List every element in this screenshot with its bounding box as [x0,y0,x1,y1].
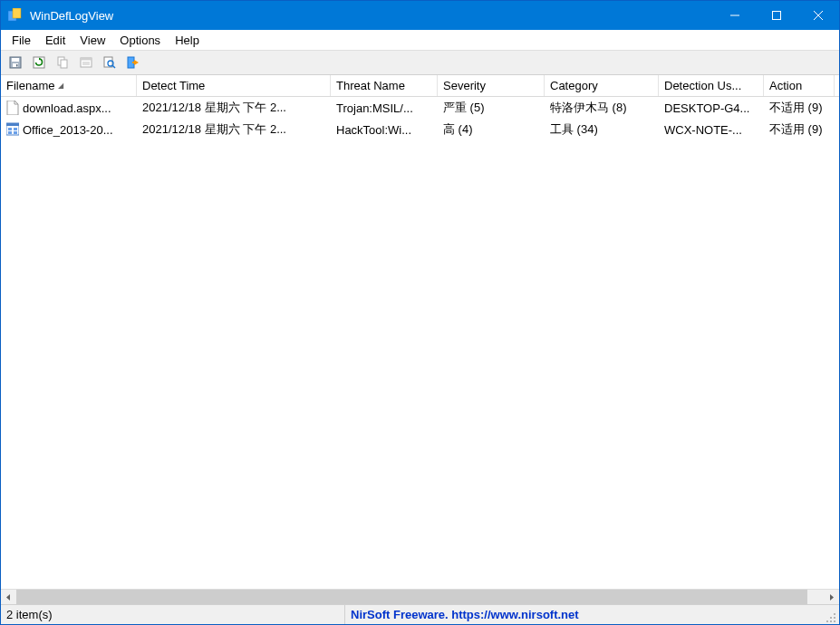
exe-file-icon [6,122,19,137]
header-category[interactable]: Category [545,75,659,96]
save-button[interactable] [5,52,26,73]
cell-severity: 高 (4) [438,120,545,139]
svg-point-37 [834,620,835,622]
scroll-thumb[interactable] [16,590,807,605]
rows-container: download.aspx... 2021/12/18 星期六 下午 2... … [1,97,839,589]
scroll-left-button[interactable] [1,590,16,605]
header-detection-user[interactable]: Detection Us... [659,75,764,96]
cell-threat-name: Trojan:MSIL/... [331,100,438,117]
titlebar: WinDefLogView [1,1,839,30]
maximize-button[interactable] [756,1,797,30]
cell-detection-user: DESKTOP-G4... [659,100,764,117]
blank-file-icon [6,101,19,115]
column-headers: Filename ◢ Detect Time Threat Name Sever… [1,75,839,97]
find-button[interactable] [99,52,121,73]
svg-rect-28 [8,131,12,134]
cell-detect-time: 2021/12/18 星期六 下午 2... [137,98,331,118]
status-item-count: 2 item(s) [1,605,345,624]
svg-rect-25 [6,123,19,126]
window-title: WinDefLogView [30,9,113,23]
toolbar [1,50,839,75]
svg-point-35 [826,620,828,622]
menu-edit[interactable]: Edit [38,32,72,49]
scroll-right-button[interactable] [824,590,839,605]
minimize-button[interactable] [714,1,756,30]
status-credit-link[interactable]: NirSoft Freeware. https://www.nirsoft.ne… [345,608,819,621]
cell-category: 工具 (34) [545,120,659,139]
cell-filename: download.aspx... [23,101,111,115]
horizontal-scrollbar[interactable] [1,589,839,604]
listview: Filename ◢ Detect Time Threat Name Sever… [1,75,839,604]
menu-options[interactable]: Options [112,32,168,49]
cell-action: 不适用 (9) [764,98,835,118]
cell-action: 不适用 (9) [764,120,835,139]
svg-line-20 [112,65,115,68]
svg-rect-27 [14,128,17,130]
table-row[interactable]: download.aspx... 2021/12/18 星期六 下午 2... … [1,97,839,119]
table-row[interactable]: Office_2013-20... 2021/12/18 星期六 下午 2...… [1,119,839,140]
svg-marker-31 [830,594,834,601]
menu-view[interactable]: View [72,32,112,49]
sort-indicator-icon: ◢ [58,82,63,90]
resize-grip-icon[interactable] [823,610,837,624]
header-threat-name[interactable]: Threat Name [331,75,438,96]
cell-severity: 严重 (5) [438,98,545,118]
close-button[interactable] [797,1,839,30]
header-detect-time[interactable]: Detect Time [137,75,331,96]
cell-detect-time: 2021/12/18 星期六 下午 2... [137,120,331,139]
svg-rect-9 [16,64,18,67]
svg-point-32 [834,613,835,615]
cell-threat-name: HackTool:Wi... [331,121,438,139]
header-filename-label: Filename [6,79,54,92]
menubar: File Edit View Options Help [1,30,839,50]
menu-file[interactable]: File [5,32,38,49]
svg-point-34 [834,617,835,619]
copy-button[interactable] [52,52,73,73]
cell-filename: Office_2013-20... [23,123,113,137]
svg-rect-26 [8,128,12,130]
svg-rect-3 [773,12,781,20]
header-severity[interactable]: Severity [438,75,545,96]
cell-detection-user: WCX-NOTE-... [659,121,764,139]
svg-point-36 [830,620,832,622]
svg-point-33 [830,617,832,619]
svg-marker-30 [6,594,10,601]
svg-rect-29 [14,131,17,134]
header-filename[interactable]: Filename ◢ [1,75,137,96]
refresh-button[interactable] [28,52,50,73]
svg-rect-13 [61,60,67,68]
svg-rect-15 [81,58,92,61]
cell-category: 特洛伊木马 (8) [545,98,659,118]
properties-button[interactable] [75,52,97,73]
exit-button[interactable] [122,52,144,73]
app-icon [8,8,23,23]
svg-rect-7 [12,58,19,62]
menu-help[interactable]: Help [168,32,207,49]
svg-rect-1 [13,8,21,18]
statusbar: 2 item(s) NirSoft Freeware. https://www.… [1,604,839,624]
header-action[interactable]: Action [764,75,835,96]
scroll-track[interactable] [16,590,824,605]
